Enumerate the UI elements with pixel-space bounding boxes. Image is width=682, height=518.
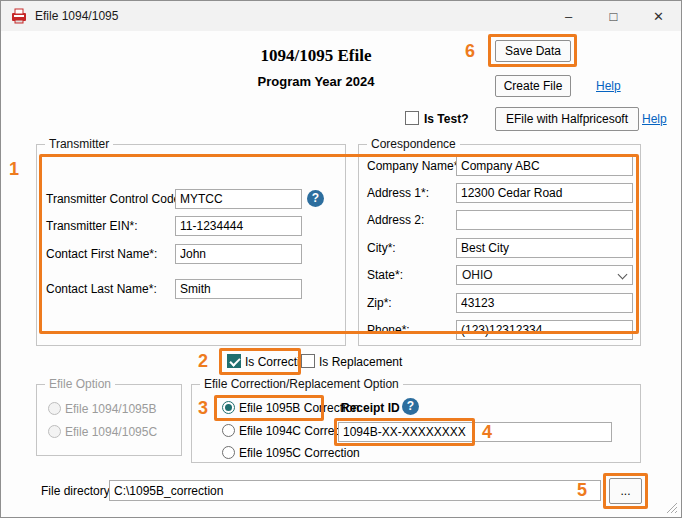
efile-window: Efile 1094/1095 – □ ✕ 1094/1095 Efile Pr… [0,0,682,518]
close-icon[interactable]: ✕ [636,1,681,31]
last-name-input[interactable] [175,279,302,299]
control-code-input[interactable] [175,189,302,209]
efile-1094-1095c-radio[interactable] [48,425,61,438]
efile-option-group: Efile Option [36,384,182,456]
efile-1094-1095b-radio[interactable] [48,402,61,415]
file-directory-input[interactable] [109,480,601,501]
last-name-label: Contact Last Name*: [46,282,157,296]
efile-option-legend: Efile Option [45,377,115,391]
zip-input[interactable] [456,293,633,313]
window-title: Efile 1094/1095 [35,9,118,23]
efile-1095b-correction-radio[interactable] [222,401,235,414]
is-replacement-checkbox[interactable] [301,354,315,368]
ein-label: Transmitter EIN*: [46,219,138,233]
efile-1094-1095c-label: Efile 1094/1095C [65,425,157,439]
page-subtitle: Program Year 2024 [161,74,471,89]
annotation-number-1: 1 [9,159,19,180]
company-name-input[interactable] [456,156,633,176]
address2-label: Address 2: [367,213,424,227]
transmitter-legend: Transmitter [45,137,113,151]
efile-1094c-correction-radio[interactable] [222,424,235,437]
is-correction-checkbox[interactable] [227,354,241,368]
city-input[interactable] [456,238,633,258]
annotation-number-2: 2 [198,351,208,372]
help-link-right[interactable]: Help [642,112,667,126]
title-bar: Efile 1094/1095 – □ ✕ [1,1,681,31]
chevron-down-icon [618,270,628,280]
efile-1095c-correction-label: Efile 1095C Correction [239,446,360,460]
receipt-id-input[interactable] [338,422,612,442]
minimize-icon[interactable]: – [546,1,591,31]
create-file-button[interactable]: Create File [495,75,571,97]
is-test-label: Is Test? [424,112,468,126]
browse-button[interactable]: ... [609,478,642,504]
efile-halfpricesoft-button[interactable]: EFile with Halfpricesoft [495,107,639,131]
address1-label: Address 1*: [367,186,429,200]
city-label: City*: [367,241,396,255]
address1-input[interactable] [456,183,633,203]
correspondence-legend: Corespondence [367,137,460,151]
receipt-id-help-icon[interactable]: ? [402,398,419,415]
zip-label: Zip*: [367,296,392,310]
first-name-label: Contact First Name*: [46,247,157,261]
maximize-icon[interactable]: □ [591,1,636,31]
is-test-checkbox[interactable] [405,111,419,125]
save-data-button[interactable]: Save Data [495,40,571,62]
window-controls: – □ ✕ [546,1,681,31]
correction-option-legend: Efile Correction/Replacement Option [200,377,403,391]
is-replacement-label: Is Replacement [319,355,402,369]
app-icon [11,8,27,24]
first-name-input[interactable] [175,244,302,264]
control-code-label: Transmitter Control Code*: [46,192,188,206]
state-label: State*: [367,268,403,282]
state-select-value: OHIO [462,268,493,282]
phone-input[interactable] [456,320,633,340]
company-name-label: Company Name*: [367,159,462,173]
help-link-top[interactable]: Help [596,79,621,93]
page-title: 1094/1095 Efile [161,46,471,66]
file-directory-label: File directory: [41,484,113,498]
state-select[interactable]: OHIO [456,265,633,285]
receipt-id-label: Receipt ID [341,401,400,415]
efile-1095c-correction-radio[interactable] [222,446,235,459]
resize-grip[interactable] [666,502,678,514]
efile-1094-1095b-label: Efile 1094/1095B [65,402,156,416]
ein-input[interactable] [175,216,302,236]
phone-label: Phone*: [367,323,410,337]
address2-input[interactable] [456,210,633,230]
control-code-help-icon[interactable]: ? [307,190,324,207]
